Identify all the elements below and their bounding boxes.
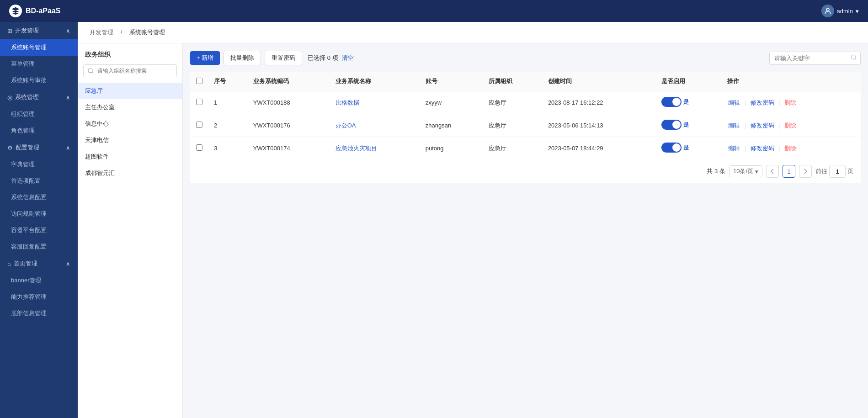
sidebar-item-disaster[interactable]: 容服回复配置 bbox=[0, 238, 78, 255]
cell-org-3: 应急厅 bbox=[483, 137, 543, 160]
sidebar-item-system-account-approval[interactable]: 系统账号审批 bbox=[0, 72, 78, 89]
total-info: 共 3 条 bbox=[707, 167, 725, 175]
table-header-row: 序号 业务系统编码 业务系统名称 账号 所属组织 创建时间 是否启用 操作 bbox=[190, 72, 861, 91]
sidebar-item-banner[interactable]: banner管理 bbox=[0, 272, 78, 289]
row-checkbox-3[interactable] bbox=[196, 144, 202, 151]
breadcrumb-item-dev[interactable]: 开发管理 bbox=[90, 29, 113, 36]
cell-code-3: YWXT000174 bbox=[248, 137, 330, 160]
sidebar-item-bottom-info[interactable]: 底部信息管理 bbox=[0, 305, 78, 322]
cell-account-3: putong bbox=[420, 137, 483, 160]
cell-seq-2: 2 bbox=[208, 114, 248, 137]
th-business-name: 业务系统名称 bbox=[330, 72, 420, 91]
sidebar-group-dev-management: ⊞ 开发管理 ∧ 系统账号管理 菜单管理 系统账号审批 bbox=[0, 22, 78, 89]
goto-page-input[interactable] bbox=[829, 165, 846, 178]
sidebar-item-role-management[interactable]: 角色管理 bbox=[0, 122, 78, 139]
th-checkbox bbox=[190, 72, 208, 91]
sidebar-group-header-config[interactable]: ⚙ 配置管理 ∧ bbox=[0, 139, 78, 156]
org-item-emergency[interactable]: 应急厅 bbox=[78, 83, 182, 99]
org-search-input[interactable] bbox=[83, 64, 177, 77]
page-size-select[interactable]: 10条/页 ▾ bbox=[729, 165, 762, 177]
th-created-time: 创建时间 bbox=[543, 72, 656, 91]
toggle-enabled-1[interactable] bbox=[661, 97, 682, 107]
modify-password-button-1[interactable]: 修改密码 bbox=[750, 99, 775, 107]
sidebar-item-menu-management[interactable]: 菜单管理 bbox=[0, 56, 78, 72]
user-menu[interactable]: admin ▾ bbox=[821, 5, 859, 17]
keyword-search-input[interactable] bbox=[769, 52, 861, 65]
batch-delete-button[interactable]: 批量删除 bbox=[224, 51, 261, 65]
th-account: 账号 bbox=[420, 72, 483, 91]
delete-button-1[interactable]: 删除 bbox=[783, 99, 797, 107]
cell-code-2: YWXT000176 bbox=[248, 114, 330, 137]
prev-page-button[interactable] bbox=[766, 165, 779, 178]
toggle-label-1: 是 bbox=[683, 98, 689, 106]
inner-layout: 政务组织 应急厅 主任办公室 信息中心 天津电信 超图软件 bbox=[78, 43, 868, 418]
row-checkbox-1[interactable] bbox=[196, 99, 202, 105]
left-org-panel: 政务组织 应急厅 主任办公室 信息中心 天津电信 超图软件 bbox=[78, 43, 183, 418]
sidebar-item-dict[interactable]: 字典管理 bbox=[0, 156, 78, 173]
org-item-tianjin-telecom[interactable]: 天津电信 bbox=[78, 132, 182, 148]
selected-info: 已选择 0 项 bbox=[308, 54, 338, 62]
row-checkbox-2[interactable] bbox=[196, 122, 202, 128]
org-item-supermap[interactable]: 超图软件 bbox=[78, 148, 182, 165]
clear-button[interactable]: 清空 bbox=[342, 54, 354, 62]
sidebar-item-container[interactable]: 容器平台配置 bbox=[0, 222, 78, 238]
cell-enabled-1: 是 bbox=[656, 91, 722, 114]
toggle-enabled-2[interactable] bbox=[661, 120, 682, 130]
th-seq: 序号 bbox=[208, 72, 248, 91]
next-page-button[interactable] bbox=[799, 165, 812, 178]
select-all-checkbox[interactable] bbox=[196, 78, 202, 84]
toggle-label-2: 是 bbox=[683, 121, 689, 129]
cell-name-1: 比格数据 bbox=[330, 91, 420, 114]
org-item-info-center[interactable]: 信息中心 bbox=[78, 116, 182, 132]
search-right bbox=[769, 52, 861, 65]
add-button[interactable]: + 新增 bbox=[190, 51, 220, 65]
modify-password-button-3[interactable]: 修改密码 bbox=[750, 144, 775, 153]
table-row: 1 YWXT000188 比格数据 zxyyw 应急厅 2023-08-17 1… bbox=[190, 91, 861, 114]
th-business-code: 业务系统编码 bbox=[248, 72, 330, 91]
reset-password-button[interactable]: 重置密码 bbox=[265, 51, 302, 65]
toolbar: + 新增 批量删除 重置密码 已选择 0 项 清空 bbox=[190, 51, 861, 65]
breadcrumb-separator: / bbox=[121, 29, 124, 36]
sidebar-group-label-home: 首页管理 bbox=[14, 259, 37, 268]
sidebar-item-sysinfo[interactable]: 系统信息配置 bbox=[0, 189, 78, 206]
cell-enabled-2: 是 bbox=[656, 114, 722, 137]
sidebar-item-access-rule[interactable]: 访问规则管理 bbox=[0, 206, 78, 222]
logo-text: BD-aPaaS bbox=[26, 7, 60, 15]
edit-button-2[interactable]: 编辑 bbox=[727, 122, 741, 130]
org-item-director-office[interactable]: 主任办公室 bbox=[78, 99, 182, 116]
org-item-chengdu-zhiyuan[interactable]: 成都智元汇 bbox=[78, 165, 182, 181]
sidebar-item-org-management[interactable]: 组织管理 bbox=[0, 106, 78, 122]
edit-button-1[interactable]: 编辑 bbox=[727, 99, 741, 107]
cell-name-2: 办公OA bbox=[330, 114, 420, 137]
cell-code-1: YWXT000188 bbox=[248, 91, 330, 114]
modify-password-button-2[interactable]: 修改密码 bbox=[750, 122, 775, 130]
chevron-up-icon-3: ∧ bbox=[66, 144, 70, 151]
sidebar-group-header-system[interactable]: ◎ 系统管理 ∧ bbox=[0, 89, 78, 106]
sidebar: ⊞ 开发管理 ∧ 系统账号管理 菜单管理 系统账号审批 ◎ 系统管理 bbox=[0, 22, 78, 418]
sidebar-item-system-account[interactable]: 系统账号管理 bbox=[0, 39, 78, 56]
sidebar-group-system-management: ◎ 系统管理 ∧ 组织管理 角色管理 bbox=[0, 89, 78, 139]
search-wrapper bbox=[769, 52, 861, 65]
right-panel: + 新增 批量删除 重置密码 已选择 0 项 清空 bbox=[183, 43, 868, 418]
sidebar-group-header-home[interactable]: ⌂ 首页管理 ∧ bbox=[0, 255, 78, 272]
toggle-enabled-3[interactable] bbox=[661, 143, 682, 153]
sidebar-group-home-management: ⌂ 首页管理 ∧ banner管理 能力推荐管理 底部信息管理 bbox=[0, 255, 78, 322]
delete-button-3[interactable]: 删除 bbox=[783, 144, 797, 153]
edit-button-3[interactable]: 编辑 bbox=[727, 144, 741, 153]
sidebar-item-capability[interactable]: 能力推荐管理 bbox=[0, 289, 78, 305]
cell-org-2: 应急厅 bbox=[483, 114, 543, 137]
chevron-down-icon-page: ▾ bbox=[755, 168, 758, 175]
delete-button-2[interactable]: 删除 bbox=[783, 122, 797, 130]
sidebar-group-header-dev[interactable]: ⊞ 开发管理 ∧ bbox=[0, 22, 78, 39]
chevron-up-icon-4: ∧ bbox=[66, 260, 70, 267]
sidebar-item-preference[interactable]: 首选项配置 bbox=[0, 173, 78, 189]
toggle-label-3: 是 bbox=[683, 144, 689, 152]
cell-seq-3: 3 bbox=[208, 137, 248, 160]
current-page[interactable]: 1 bbox=[783, 165, 795, 178]
th-org: 所属组织 bbox=[483, 72, 543, 91]
cell-time-1: 2023-08-17 16:12:22 bbox=[543, 91, 656, 114]
header: BD-aPaaS admin ▾ bbox=[0, 0, 868, 22]
svg-point-0 bbox=[826, 8, 829, 11]
left-search-wrapper bbox=[78, 64, 182, 83]
breadcrumb: 开发管理 / 系统账号管理 bbox=[78, 22, 868, 43]
